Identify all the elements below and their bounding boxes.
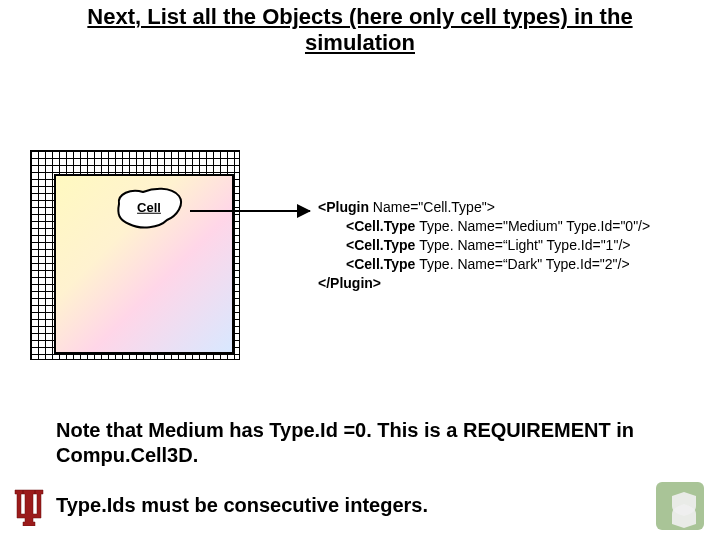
xml-code-block: <Plugin Name="Cell.Type"> <Cell.Type Typ… bbox=[318, 198, 718, 292]
code-token: </Plugin> bbox=[318, 275, 381, 291]
note-requirement: Note that Medium has Type.Id =0. This is… bbox=[56, 418, 666, 468]
code-token: Type. Name="Medium" Type.Id="0"/> bbox=[419, 218, 650, 234]
code-token: Type. Name=“Dark" Type.Id="2"/> bbox=[419, 256, 629, 272]
iu-logo-icon bbox=[12, 486, 46, 526]
code-token: <Cell.Type bbox=[346, 218, 419, 234]
cell-shape: Cell bbox=[113, 186, 185, 230]
note-consecutive: Type.Ids must be consecutive integers. bbox=[56, 494, 666, 517]
code-token: <Cell.Type bbox=[346, 256, 419, 272]
cell-label: Cell bbox=[137, 200, 161, 215]
code-token: <Cell.Type bbox=[346, 237, 419, 253]
slide-title: Next, List all the Objects (here only ce… bbox=[0, 0, 720, 59]
code-token: Type. Name=“Light" Type.Id="1"/> bbox=[419, 237, 630, 253]
arrow-icon bbox=[190, 210, 310, 212]
code-token: <Plugin bbox=[318, 199, 373, 215]
cc3d-logo-icon bbox=[656, 482, 704, 530]
code-token: Name="Cell.Type"> bbox=[373, 199, 495, 215]
grid-diagram: Cell bbox=[30, 150, 240, 360]
content-area: Cell <Plugin Name="Cell.Type"> <Cell.Typ… bbox=[0, 150, 720, 380]
